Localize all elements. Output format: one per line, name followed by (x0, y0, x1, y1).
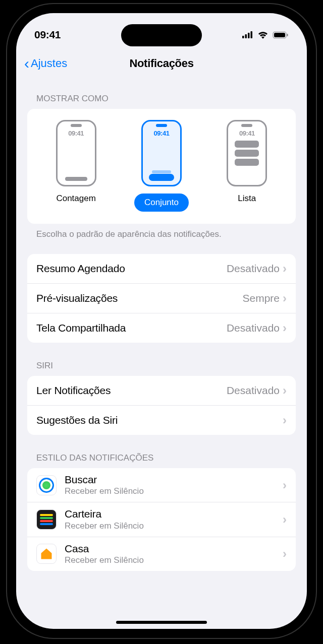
settings-group-card: Resumo Agendado Desativado › Pré-visuali… (27, 254, 296, 343)
content-scroll[interactable]: MOSTRAR COMO 09:41 Contagem (16, 78, 307, 629)
svg-rect-3 (251, 31, 253, 38)
cell-title: Resumo Agendado (36, 263, 227, 275)
chevron-right-icon: › (283, 512, 287, 527)
status-time: 09:41 (34, 29, 61, 41)
app-subtitle: Receber em Silêncio (65, 555, 283, 566)
back-button[interactable]: ‹ Ajustes (24, 56, 67, 71)
show-as-row: 09:41 Contagem 09:41 (27, 109, 296, 224)
cell-previews[interactable]: Pré-visualizações Sempre › (27, 284, 296, 313)
cell-title: Pré-visualizações (36, 292, 242, 304)
svg-rect-0 (242, 36, 244, 38)
app-name: Casa (65, 542, 283, 555)
chevron-right-icon: › (283, 383, 287, 398)
svg-rect-6 (287, 34, 288, 36)
app-subtitle: Receber em Silêncio (65, 521, 283, 532)
show-as-option-count[interactable]: 09:41 Contagem (33, 120, 119, 212)
app-name: Buscar (65, 473, 283, 486)
phone-frame: 09:41 ‹ Ajustes Notificações (7, 4, 316, 638)
chevron-right-icon: › (283, 547, 287, 561)
app-cell-home[interactable]: Casa Receber em Silêncio › (27, 537, 296, 571)
home-indicator[interactable] (116, 621, 207, 624)
show-as-footer: Escolha o padrão de aparência das notifi… (27, 224, 296, 254)
show-as-stack-label: Conjunto (134, 194, 189, 212)
cellular-signal-icon (242, 31, 253, 38)
show-as-option-list[interactable]: 09:41 Lista (204, 120, 290, 212)
page-title: Notificações (129, 57, 193, 70)
cell-scheduled-summary[interactable]: Resumo Agendado Desativado › (27, 254, 296, 284)
phone-mini-list-icon: 09:41 (227, 120, 267, 186)
cell-value: Sempre (242, 292, 280, 304)
findmy-app-icon (36, 475, 57, 495)
back-label: Ajustes (31, 57, 67, 70)
battery-icon (273, 31, 289, 39)
cell-value: Desativado (227, 384, 280, 397)
phone-screen: 09:41 ‹ Ajustes Notificações (16, 13, 307, 629)
cell-title: Ler Notificações (36, 384, 227, 397)
cell-title: Sugestões da Siri (36, 414, 280, 426)
notification-style-header: ESTILO DAS NOTIFICAÇÕES (27, 447, 296, 468)
chevron-right-icon: › (283, 478, 287, 492)
chevron-right-icon: › (283, 413, 287, 427)
home-app-icon (36, 544, 57, 564)
phone-mini-stack-icon: 09:41 (141, 120, 182, 186)
cell-screen-sharing[interactable]: Tela Compartilhada Desativado › (27, 313, 296, 343)
show-as-list-label: Lista (238, 194, 256, 204)
chevron-left-icon: ‹ (24, 56, 29, 71)
cell-siri-suggestions[interactable]: Sugestões da Siri › (27, 406, 296, 435)
cell-value: Desativado (227, 263, 280, 275)
svg-rect-5 (274, 33, 285, 37)
notification-style-card: Buscar Receber em Silêncio › Carteira R (27, 468, 296, 571)
chevron-right-icon: › (283, 262, 287, 276)
wifi-icon (257, 31, 268, 39)
chevron-right-icon: › (283, 321, 287, 335)
svg-rect-2 (248, 33, 250, 38)
show-as-count-label: Contagem (56, 194, 95, 204)
app-subtitle: Receber em Silêncio (65, 486, 283, 497)
app-name: Carteira (65, 507, 283, 520)
chevron-right-icon: › (283, 291, 287, 305)
siri-group-card: Ler Notificações Desativado › Sugestões … (27, 376, 296, 435)
show-as-option-stack[interactable]: 09:41 Conjunto (119, 120, 204, 212)
wallet-app-icon (36, 509, 57, 530)
siri-header: SIRI (27, 355, 296, 376)
cell-announce-notifications[interactable]: Ler Notificações Desativado › (27, 376, 296, 406)
phone-mini-count-icon: 09:41 (56, 120, 96, 186)
app-cell-wallet[interactable]: Carteira Receber em Silêncio › (27, 502, 296, 537)
svg-rect-1 (245, 34, 247, 38)
app-cell-findmy[interactable]: Buscar Receber em Silêncio › (27, 468, 296, 502)
cell-title: Tela Compartilhada (36, 322, 227, 334)
show-as-card: 09:41 Contagem 09:41 (27, 109, 296, 224)
dynamic-island (121, 24, 202, 46)
cell-value: Desativado (227, 322, 280, 334)
status-icons (242, 31, 289, 39)
show-as-header: MOSTRAR COMO (27, 88, 296, 109)
nav-bar: ‹ Ajustes Notificações (16, 49, 307, 78)
